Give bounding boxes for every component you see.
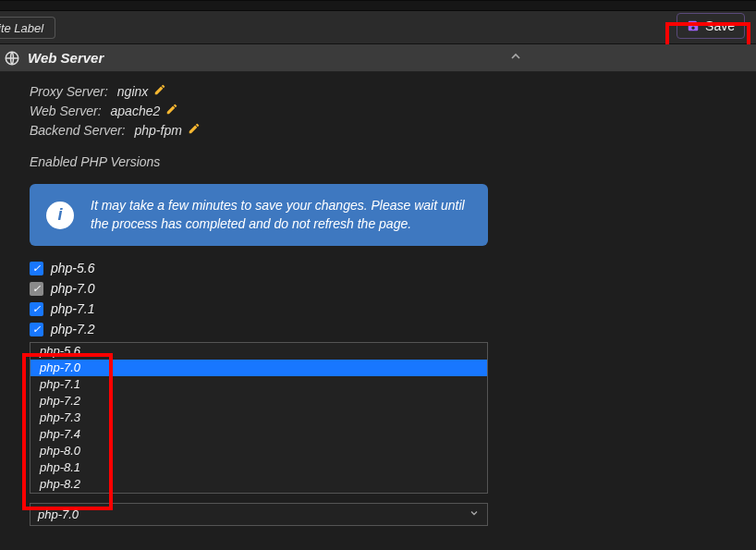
php-checkbox-row: ✓php-7.2: [30, 322, 756, 336]
save-button[interactable]: Save: [677, 13, 745, 39]
floppy-icon: [687, 19, 700, 32]
php-checkbox-row: ✓php-5.6: [30, 261, 756, 275]
checkbox-label: php-5.6: [51, 261, 94, 275]
listbox-option[interactable]: php-7.1: [30, 376, 487, 393]
backend-label: Backend Server:: [30, 123, 126, 138]
pencil-icon[interactable]: [165, 103, 178, 118]
listbox-option[interactable]: php-7.3: [30, 409, 487, 426]
pencil-icon[interactable]: [153, 83, 166, 99]
listbox-option[interactable]: php-8.1: [30, 459, 487, 476]
pencil-icon[interactable]: [188, 122, 201, 138]
proxy-row: Proxy Server: nginx: [30, 83, 756, 99]
section-body: Proxy Server: nginx Web Server: apache2 …: [0, 72, 756, 526]
listbox-option[interactable]: php-8.0: [30, 443, 487, 459]
header-bar: ite Label Save: [0, 11, 756, 44]
php-select-listbox[interactable]: php-5.6php-7.0php-7.1php-7.2php-7.3php-7…: [30, 342, 488, 494]
listbox-option[interactable]: php-7.2: [30, 393, 487, 409]
tab-label: ite Label: [0, 21, 43, 35]
php-checkbox-row: ✓php-7.0: [30, 281, 756, 296]
checkbox-label: php-7.0: [51, 281, 94, 296]
web-label: Web Server:: [30, 104, 102, 118]
checkbox-label: php-7.2: [51, 322, 94, 336]
save-label: Save: [705, 18, 735, 33]
default-php-dropdown[interactable]: php-7.0: [30, 503, 488, 526]
listbox-option[interactable]: php-5.6: [30, 343, 487, 360]
listbox-option[interactable]: php-7.4: [30, 426, 487, 443]
backend-value: php-fpm: [135, 123, 182, 138]
chevron-down-icon: [469, 507, 480, 521]
webserver-row: Web Server: apache2: [30, 103, 756, 118]
chevron-up-icon[interactable]: [508, 49, 523, 68]
info-box: i It may take a few minutes to save your…: [30, 184, 488, 246]
tab-chip[interactable]: ite Label: [0, 17, 55, 39]
section-header[interactable]: Web Server: [0, 44, 756, 72]
listbox-option[interactable]: php-7.0: [30, 360, 487, 376]
info-text: It may take a few minutes to save your c…: [91, 197, 471, 233]
dropdown-value: php-7.0: [38, 507, 79, 521]
globe-icon: [4, 50, 20, 67]
listbox-option[interactable]: php-8.2: [30, 476, 487, 493]
info-icon: i: [46, 202, 74, 229]
proxy-value: nginx: [117, 84, 148, 99]
checkbox[interactable]: ✓: [30, 302, 43, 316]
web-value: apache2: [111, 104, 161, 118]
checkbox[interactable]: ✓: [30, 262, 43, 275]
checkbox: ✓: [30, 282, 43, 296]
php-checkbox-list: ✓php-5.6✓php-7.0✓php-7.1✓php-7.2: [30, 261, 756, 336]
backend-row: Backend Server: php-fpm: [30, 122, 756, 138]
section-title: Web Server: [28, 50, 104, 66]
checkbox-label: php-7.1: [51, 301, 94, 316]
php-checkbox-row: ✓php-7.1: [30, 301, 756, 316]
top-strip: [0, 0, 756, 11]
enabled-php-header: Enabled PHP Versions: [30, 154, 756, 169]
checkbox[interactable]: ✓: [30, 323, 43, 336]
proxy-label: Proxy Server:: [30, 84, 108, 99]
